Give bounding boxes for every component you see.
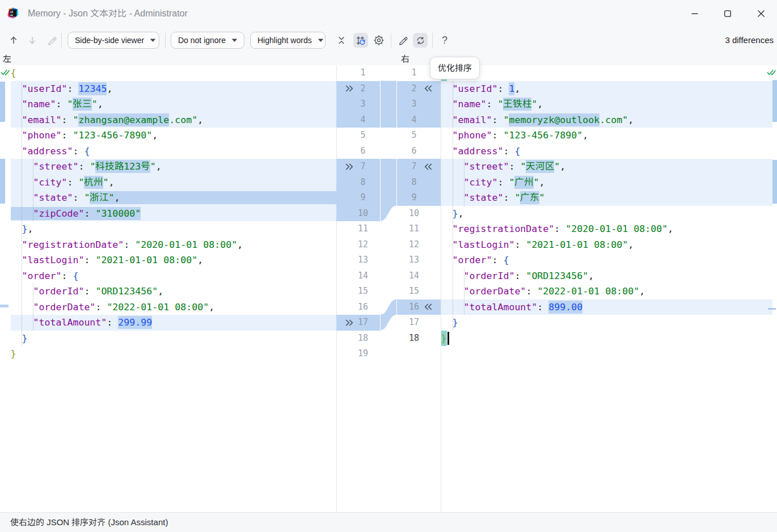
code-token: :: [514, 239, 520, 250]
viewer-mode-dropdown[interactable]: Side-by-side viewer: [67, 32, 159, 49]
code-token: :: [492, 255, 497, 265]
right-code-line-9[interactable]: "state": "": [441, 190, 772, 206]
text-caret: [447, 332, 449, 345]
code-token: {: [503, 255, 509, 265]
left-code-line-4[interactable]: "email": "zhangsan@example.com",: [11, 112, 336, 128]
right-code-line-7[interactable]: "street": "",: [441, 159, 772, 175]
code-token: :: [61, 115, 67, 125]
apply-chunk-right-icon[interactable]: [345, 85, 353, 92]
code-token: :: [107, 317, 112, 328]
right-line-number-12: 12: [400, 237, 428, 253]
left-code-line-5[interactable]: "phone": "123-456-7890",: [11, 128, 336, 143]
right-line-number-3: 3: [400, 96, 428, 112]
left-code-line-13[interactable]: "lastLogin": "2021-01-01 08:00",: [11, 252, 336, 268]
edit-disabled-pencil-icon[interactable]: [44, 33, 59, 48]
left-code-line-6[interactable]: "address": {: [11, 143, 336, 159]
left-code-line-19[interactable]: }: [11, 346, 336, 362]
code-token: :: [492, 130, 497, 141]
left-code-line-2[interactable]: "userId": 12345,: [11, 81, 336, 97]
code-token: 299.99: [118, 316, 152, 329]
left-code-line-10[interactable]: "zipCode": "310000": [11, 206, 336, 222]
right-code-line-18[interactable]: }: [441, 331, 772, 347]
line-tail: [33, 222, 336, 235]
code-token: ": [514, 192, 520, 203]
right-line-number-14: 14: [400, 268, 428, 284]
left-code-line-17[interactable]: "totalAmount": 299.99: [11, 315, 336, 331]
apply-chunk-right-icon[interactable]: [345, 163, 353, 170]
minimize-button[interactable]: [682, 0, 708, 27]
right-code-line-1[interactable]: {: [441, 65, 772, 81]
code-token: [11, 317, 33, 328]
left-code-line-12[interactable]: "registrationDate": "2020-01-01 08:00",: [11, 237, 336, 253]
code-token: ": [520, 161, 526, 172]
close-button[interactable]: [748, 0, 774, 27]
highlight-mode-dropdown[interactable]: Highlight words: [250, 32, 326, 49]
left-code-line-8[interactable]: "city": "",: [11, 175, 336, 191]
left-code-line-7[interactable]: "street": "123",: [11, 159, 336, 175]
apply-chunk-left-icon[interactable]: [424, 163, 432, 170]
right-code-line-15[interactable]: "orderDate": "2022-01-01 08:00",: [441, 284, 772, 299]
ignore-policy-dropdown[interactable]: Do not ignore: [171, 32, 244, 49]
apply-chunk-left-icon[interactable]: [424, 303, 432, 310]
left-code-line-16[interactable]: "orderDate": "2022-01-01 08:00",: [11, 299, 336, 315]
line-tail: [645, 285, 772, 298]
right-code-line-6[interactable]: "address": {: [441, 143, 772, 159]
left-code-line-1[interactable]: {: [11, 65, 336, 81]
apply-chunk-left-icon[interactable]: [424, 85, 432, 92]
code-text: "userId": 1,: [441, 81, 521, 97]
maximize-button[interactable]: [715, 0, 741, 27]
code-token: ,: [560, 161, 565, 172]
code-token: }: [11, 348, 16, 359]
code-text: "name": "",: [441, 96, 543, 112]
right-editor[interactable]: { "userId": 1, "name": "", "email": "mem…: [441, 65, 772, 512]
right-code-line-8[interactable]: "city": "",: [441, 175, 772, 191]
left-code-line-18[interactable]: }: [11, 331, 336, 347]
right-code-line-11[interactable]: "registrationDate": "2020-01-01 08:00",: [441, 221, 772, 237]
differences-count: 3 differences: [725, 33, 774, 48]
left-code-line-11[interactable]: },: [11, 221, 336, 237]
code-token: ,: [588, 271, 594, 281]
optimize-sort-refresh-icon[interactable]: [413, 33, 428, 48]
code-token: [526, 160, 554, 173]
left-code-line-14[interactable]: "order": {: [11, 268, 336, 284]
all-changes-applied-check-icon: [767, 67, 776, 79]
right-code-line-12[interactable]: "lastLogin": "2021-01-01 08:00",: [441, 237, 772, 253]
right-code-line-16[interactable]: "totalAmount": 899.00: [441, 299, 772, 315]
code-token: [441, 99, 453, 109]
change-marker-stripe: [0, 82, 5, 122]
left-editor[interactable]: { "userId": 12345, "name": "", "email": …: [11, 65, 336, 512]
left-line-number-3: 3: [349, 96, 377, 112]
cjk-glyph: [3, 54, 11, 63]
left-code-line-15[interactable]: "orderId": "ORD123456",: [11, 284, 336, 299]
next-difference-icon[interactable]: [25, 33, 40, 48]
collapse-unchanged-icon[interactable]: [334, 33, 349, 48]
left-code-line-9[interactable]: "state": "",: [11, 190, 336, 206]
prev-difference-icon[interactable]: [6, 33, 21, 48]
code-token: [509, 192, 514, 203]
code-token: [11, 146, 22, 157]
apply-chunk-right-icon[interactable]: [345, 319, 353, 326]
code-token: ,: [197, 255, 203, 265]
change-marker-stripe: [768, 308, 776, 310]
right-code-line-17[interactable]: }: [441, 315, 772, 331]
right-code-line-10[interactable]: },: [441, 206, 772, 222]
right-code-line-5[interactable]: "phone": "123-456-7890",: [441, 128, 772, 143]
diff-window: IJ Memory - Json - Administrator: [0, 0, 777, 532]
code-token: [503, 98, 531, 111]
settings-gear-icon[interactable]: [371, 33, 386, 48]
right-code-line-13[interactable]: "order": {: [441, 252, 772, 268]
tooltip-text: [438, 64, 472, 73]
right-code-line-4[interactable]: "email": "memoryzk@outlook.com",: [441, 112, 772, 128]
help-icon[interactable]: ?: [437, 33, 452, 48]
edit-pencil-icon[interactable]: [395, 33, 410, 48]
code-text: "city": "",: [11, 175, 115, 191]
code-token: ": [497, 99, 503, 109]
left-code-line-3[interactable]: "name": "",: [11, 96, 336, 112]
code-token: ": [531, 99, 537, 109]
right-code-line-3[interactable]: "name": "",: [441, 96, 772, 112]
code-text: "phone": "123-456-7890",: [11, 128, 158, 143]
right-code-line-14[interactable]: "orderId": "ORD123456",: [441, 268, 772, 284]
sync-scroll-icon[interactable]: [353, 33, 368, 48]
right-code-line-2[interactable]: "userId": 1,: [441, 81, 772, 97]
line-tail: [203, 113, 336, 126]
